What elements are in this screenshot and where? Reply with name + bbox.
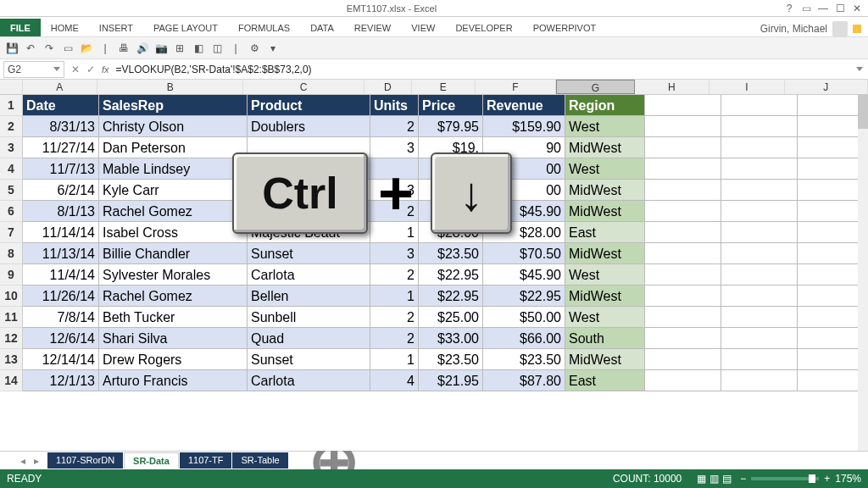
cell[interactable]: MidWest	[565, 349, 645, 370]
pivot-icon[interactable]: ⊞	[173, 42, 186, 55]
sheet-tab[interactable]: 1107-TF	[180, 452, 232, 469]
col-header-corner[interactable]	[0, 80, 23, 94]
cell[interactable]: MidWest	[565, 137, 645, 158]
cell[interactable]: Rachel Gomez	[99, 286, 248, 307]
open-icon[interactable]: 📂	[80, 42, 93, 55]
cell[interactable]: Sunset	[248, 349, 370, 370]
cell[interactable]: $23.50	[483, 349, 565, 370]
cell[interactable]: 8/31/13	[23, 116, 99, 137]
cell[interactable]: West	[565, 158, 645, 180]
cell[interactable]: 1	[370, 349, 419, 370]
cell[interactable]: Shari Silva	[99, 328, 248, 349]
row-number[interactable]: 4	[0, 158, 22, 180]
row-number[interactable]: 7	[0, 222, 22, 243]
cell[interactable]: $23.50	[419, 349, 483, 370]
row-number[interactable]: 3	[0, 137, 22, 158]
sheet-tab[interactable]: 1107-SRorDN	[47, 452, 123, 469]
row-number[interactable]: 11	[0, 307, 22, 328]
col-header-D[interactable]: D	[364, 80, 412, 94]
cell[interactable]: MidWest	[565, 180, 645, 201]
cell[interactable]: 11/13/14	[23, 243, 99, 264]
zoom-out-icon[interactable]: −	[740, 473, 746, 485]
cell[interactable]: $87.80	[483, 370, 565, 391]
vertical-scrollbar[interactable]	[858, 95, 868, 451]
cell[interactable]: $66.00	[483, 328, 565, 349]
header-cell[interactable]: Product	[248, 95, 370, 116]
cell[interactable]: 1	[370, 286, 419, 307]
tab-page-layout[interactable]: PAGE LAYOUT	[143, 19, 228, 36]
row-number[interactable]: 8	[0, 243, 22, 264]
redo-icon[interactable]: ↷	[42, 42, 56, 55]
cell[interactable]: 12/14/14	[23, 349, 99, 370]
zoom-control[interactable]: − + 175%	[740, 473, 861, 485]
cell[interactable]: Isabel Cross	[99, 222, 248, 243]
cell[interactable]: Carlota	[248, 264, 370, 286]
tab-home[interactable]: HOME	[41, 19, 89, 36]
tab-formulas[interactable]: FORMULAS	[228, 19, 300, 36]
tab-insert[interactable]: INSERT	[89, 19, 143, 36]
view-layout-icon[interactable]: ▥	[709, 473, 719, 485]
col-header-C[interactable]: C	[243, 80, 364, 94]
cell[interactable]: West	[565, 116, 645, 137]
cell[interactable]: 7/8/14	[23, 307, 99, 328]
view-normal-icon[interactable]: ▦	[697, 473, 706, 485]
col-header-E[interactable]: E	[412, 80, 476, 94]
enter-formula-icon[interactable]: ✓	[83, 64, 98, 75]
col-header-B[interactable]: B	[97, 80, 243, 94]
cell[interactable]: Doublers	[248, 116, 370, 137]
cell[interactable]: Drew Rogers	[99, 349, 248, 370]
tab-file[interactable]: FILE	[0, 19, 41, 36]
cell[interactable]: Carlota	[248, 370, 370, 391]
cell[interactable]: 11/27/14	[23, 137, 99, 158]
row-number[interactable]: 1	[0, 95, 22, 116]
eval-formula-icon[interactable]: ⚙	[248, 42, 261, 55]
cancel-formula-icon[interactable]: ✕	[68, 64, 83, 75]
cell[interactable]: $50.00	[483, 307, 565, 328]
col-header-I[interactable]: I	[709, 80, 785, 94]
cell[interactable]: Sylvester Morales	[99, 264, 248, 286]
cell[interactable]: Quad	[248, 328, 370, 349]
cell[interactable]: MidWest	[565, 286, 645, 307]
header-cell[interactable]: Revenue	[483, 95, 565, 116]
cell[interactable]: Sunbell	[248, 307, 370, 328]
cell[interactable]: 4	[370, 370, 419, 391]
sheet-nav-prev-icon[interactable]: ◂	[20, 455, 25, 467]
cell[interactable]: 11/4/14	[23, 264, 99, 286]
camera-icon[interactable]: 📷	[154, 42, 168, 55]
cell[interactable]: $70.50	[483, 243, 565, 264]
cell[interactable]: Mable Lindsey	[99, 158, 248, 180]
cell[interactable]: 8/1/13	[23, 201, 99, 222]
cell[interactable]: $25.00	[419, 307, 483, 328]
cell[interactable]: 12/1/13	[23, 370, 99, 391]
col-header-J[interactable]: J	[785, 80, 868, 94]
row-number[interactable]: 6	[0, 201, 22, 222]
cell[interactable]: Beth Tucker	[99, 307, 248, 328]
row-number[interactable]: 2	[0, 116, 22, 137]
header-cell[interactable]: Date	[23, 95, 99, 116]
row-number[interactable]: 9	[0, 264, 22, 286]
cell[interactable]: Billie Chandler	[99, 243, 248, 264]
row-number[interactable]: 5	[0, 180, 22, 201]
speak-icon[interactable]: 🔊	[136, 42, 149, 55]
cell[interactable]: MidWest	[565, 201, 645, 222]
zoom-slider[interactable]	[751, 477, 819, 480]
save-icon[interactable]: 💾	[5, 42, 19, 55]
col-header-A[interactable]: A	[23, 80, 98, 94]
more-icon[interactable]: ▾	[266, 42, 280, 55]
header-cell[interactable]: SalesRep	[99, 95, 248, 116]
cell[interactable]: $45.90	[483, 264, 565, 286]
cell[interactable]: 11/14/14	[23, 222, 99, 243]
cell[interactable]: 12/6/14	[23, 328, 99, 349]
sheet-tab[interactable]: SR-Data	[124, 452, 179, 469]
maximize-icon[interactable]: ☐	[834, 3, 846, 14]
cell[interactable]: $21.95	[419, 370, 483, 391]
relationships-icon[interactable]: ◫	[210, 42, 224, 55]
cell[interactable]: East	[565, 222, 645, 243]
new-icon[interactable]: ▭	[61, 42, 75, 55]
cell[interactable]: $79.95	[419, 116, 483, 137]
cell[interactable]: Arturo Francis	[99, 370, 248, 391]
row-number[interactable]: 13	[0, 349, 22, 370]
print-preview-icon[interactable]: 🖶	[117, 42, 131, 55]
formula-input[interactable]: =VLOOKUP(B2,'SR-Data'!$A$2:$B$73,2,0)	[113, 62, 856, 77]
cell[interactable]: 6/2/14	[23, 180, 99, 201]
